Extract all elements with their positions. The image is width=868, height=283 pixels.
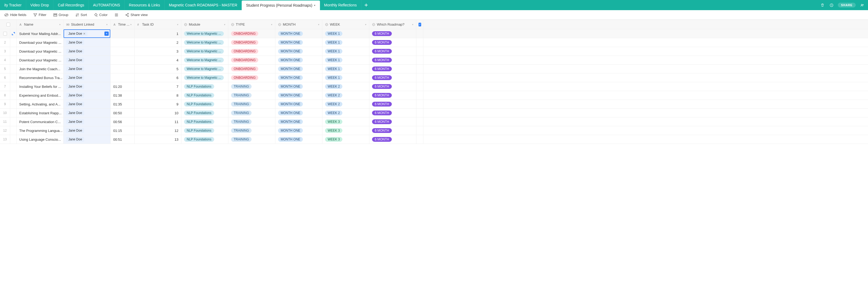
cell-task-id[interactable]: 1: [134, 29, 181, 38]
table-row[interactable]: Submit Your Mailing Addr...Jane Doe✕+1We…: [0, 29, 868, 38]
cell-month[interactable]: MONTH ONE: [275, 65, 322, 73]
cell-done[interactable]: [416, 73, 423, 82]
view-tab[interactable]: AUTOMATIONS: [89, 0, 124, 10]
expand-record-button[interactable]: [10, 56, 17, 64]
row-number[interactable]: 8: [0, 91, 10, 100]
table-row[interactable]: 9Setting, Activating, and A...Jane Doe01…: [0, 100, 868, 109]
cell-roadmap[interactable]: 6 MONTH: [369, 73, 416, 82]
linked-record-chip[interactable]: Jane Doe: [66, 58, 84, 62]
table-row[interactable]: 12The Programming Langua...Jane Doe01:15…: [0, 126, 868, 135]
cell-time[interactable]: 01:35: [111, 100, 134, 108]
cell-type[interactable]: ONBOARDING: [228, 65, 275, 73]
expand-record-button[interactable]: [10, 91, 17, 100]
cell-time[interactable]: 00:51: [111, 135, 134, 144]
cell-type[interactable]: ONBOARDING: [228, 29, 275, 38]
cell-student-linked[interactable]: Jane Doe: [64, 100, 111, 108]
cell-module[interactable]: Welcome to Magnetic ...: [181, 38, 228, 47]
cell-module[interactable]: Welcome to Magnetic ...: [181, 56, 228, 64]
cell-type[interactable]: TRAINING: [228, 126, 275, 135]
cell-time[interactable]: 01:20: [111, 82, 134, 91]
column-student-linked[interactable]: Student Linked▾: [64, 20, 111, 29]
cell-roadmap[interactable]: 6 MONTH: [369, 56, 416, 64]
cell-time[interactable]: 01:15: [111, 126, 134, 135]
cell-time[interactable]: 01:38: [111, 91, 134, 100]
trash-icon[interactable]: [820, 2, 825, 8]
table-row[interactable]: 5Join the Magnetic Coach...Jane Doe5Welc…: [0, 65, 868, 73]
column-task-id[interactable]: # Task ID▾: [134, 20, 181, 29]
cell-type[interactable]: TRAINING: [228, 118, 275, 126]
share-button[interactable]: SHARE: [838, 3, 856, 7]
cell-week[interactable]: WEEK 2: [322, 91, 369, 100]
cell-module[interactable]: Welcome to Magnetic ...: [181, 47, 228, 56]
linked-record-chip[interactable]: Jane Doe: [66, 119, 84, 124]
cell-week[interactable]: WEEK 1: [322, 38, 369, 47]
cell-student-linked[interactable]: Jane Doe: [64, 109, 111, 117]
cell-task-id[interactable]: 4: [134, 56, 181, 64]
cell-module[interactable]: Welcome to Magnetic ...: [181, 73, 228, 82]
linked-record-chip[interactable]: Jane Doe: [66, 128, 84, 133]
cell-name[interactable]: Setting, Activating, and A...: [17, 100, 64, 108]
cell-week[interactable]: WEEK 3: [322, 135, 369, 144]
row-number[interactable]: 7: [0, 82, 10, 91]
cell-roadmap[interactable]: 6 MONTH: [369, 91, 416, 100]
cell-roadmap[interactable]: 6 MONTH: [369, 82, 416, 91]
cell-roadmap[interactable]: 6 MONTH: [369, 65, 416, 73]
cell-type[interactable]: TRAINING: [228, 82, 275, 91]
cell-module[interactable]: NLP Foundations: [181, 100, 228, 108]
row-number[interactable]: 10: [0, 109, 10, 117]
expand-record-button[interactable]: [10, 118, 17, 126]
linked-record-chip[interactable]: Jane Doe: [66, 66, 84, 71]
cell-time[interactable]: 00:56: [111, 118, 134, 126]
cell-done[interactable]: [416, 135, 423, 144]
cell-name[interactable]: Download your Magnetic ...: [17, 56, 64, 64]
table-row[interactable]: 2Download your Magnetic ...Jane Doe2Welc…: [0, 38, 868, 47]
cell-type[interactable]: TRAINING: [228, 91, 275, 100]
cell-month[interactable]: MONTH ONE: [275, 47, 322, 56]
column-name[interactable]: A Name▾: [17, 20, 64, 29]
cell-month[interactable]: MONTH ONE: [275, 91, 322, 100]
linked-record-chip[interactable]: Jane Doe: [66, 102, 84, 106]
cell-student-linked[interactable]: Jane Doe: [64, 47, 111, 56]
cell-name[interactable]: Download your Magnetic ...: [17, 38, 64, 47]
row-number[interactable]: 9: [0, 100, 10, 108]
column-time[interactable]: A Time ...▾: [111, 20, 134, 29]
table-row[interactable]: 7Installing Your Beliefs for ...Jane Doe…: [0, 82, 868, 91]
cell-time[interactable]: [111, 29, 134, 38]
cell-task-id[interactable]: 9: [134, 100, 181, 108]
cell-month[interactable]: MONTH ONE: [275, 118, 322, 126]
filter-button[interactable]: Filter: [33, 13, 46, 17]
cell-task-id[interactable]: 8: [134, 91, 181, 100]
cell-month[interactable]: MONTH ONE: [275, 100, 322, 108]
color-button[interactable]: Color: [94, 13, 107, 17]
cell-time[interactable]: [111, 56, 134, 64]
cell-student-linked[interactable]: Jane Doe✕+: [64, 29, 111, 38]
cell-week[interactable]: WEEK 2: [322, 109, 369, 117]
linked-record-chip[interactable]: Jane Doe: [66, 137, 84, 142]
cell-name[interactable]: The Programming Langua...: [17, 126, 64, 135]
cell-student-linked[interactable]: Jane Doe: [64, 118, 111, 126]
row-number[interactable]: 11: [0, 118, 10, 126]
row-height-button[interactable]: [115, 13, 118, 17]
cell-task-id[interactable]: 5: [134, 65, 181, 73]
cell-type[interactable]: TRAINING: [228, 109, 275, 117]
cell-roadmap[interactable]: 6 MONTH: [369, 100, 416, 108]
cell-week[interactable]: WEEK 1: [322, 65, 369, 73]
view-tab[interactable]: Monthly Reflections: [320, 0, 361, 10]
view-tab[interactable]: Call Recordings: [54, 0, 89, 10]
expand-record-button[interactable]: [10, 47, 17, 56]
cell-name[interactable]: Experiencing and Embod...: [17, 91, 64, 100]
expand-record-button[interactable]: [10, 82, 17, 91]
add-linked-record-icon[interactable]: +: [104, 32, 109, 36]
row-number[interactable]: 5: [0, 65, 10, 73]
cell-week[interactable]: WEEK 3: [322, 126, 369, 135]
cell-week[interactable]: WEEK 1: [322, 56, 369, 64]
cell-student-linked[interactable]: Jane Doe: [64, 126, 111, 135]
cell-month[interactable]: MONTH ONE: [275, 82, 322, 91]
cell-done[interactable]: [416, 118, 423, 126]
linked-record-chip[interactable]: Jane Doe: [66, 75, 84, 80]
expand-record-button[interactable]: [10, 100, 17, 108]
sort-button[interactable]: Sort: [75, 13, 87, 17]
remove-chip-icon[interactable]: ✕: [83, 32, 86, 35]
select-all-checkbox[interactable]: [0, 20, 17, 29]
cell-student-linked[interactable]: Jane Doe: [64, 135, 111, 144]
